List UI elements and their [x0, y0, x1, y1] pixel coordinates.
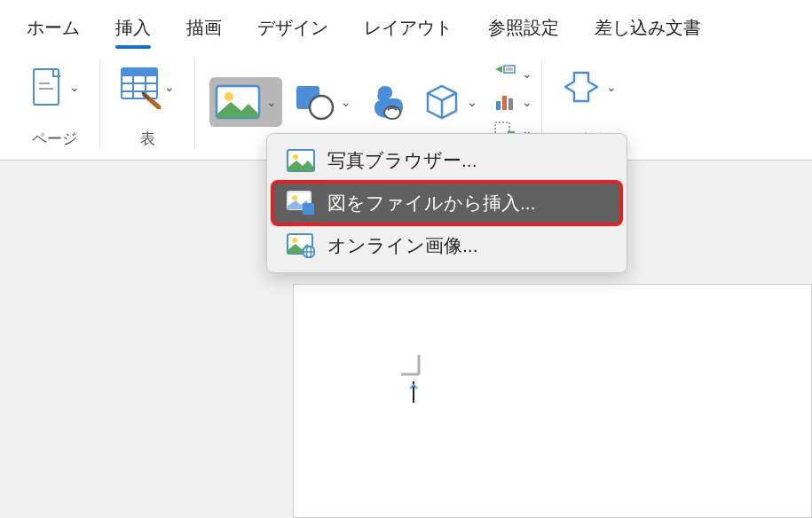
svg-rect-18 — [502, 96, 507, 110]
addins-button[interactable]: ⌄ — [556, 62, 622, 112]
icons-button[interactable] — [362, 77, 412, 127]
group-illustrations: ⌄ ⌄ — [195, 59, 486, 145]
tab-home[interactable]: ホーム — [9, 9, 98, 49]
svg-rect-14 — [504, 66, 515, 73]
group-label-pages: ページ — [32, 129, 77, 149]
shapes-button[interactable]: ⌄ — [288, 77, 357, 127]
tab-draw[interactable]: 描画 — [169, 9, 240, 49]
page-icon — [27, 66, 66, 108]
online-pictures-icon — [287, 233, 315, 258]
chart-button[interactable]: ⌄ — [493, 89, 534, 115]
tab-layout[interactable]: レイアウト — [346, 9, 470, 49]
chevron-down-icon: ⌄ — [264, 95, 279, 109]
tab-mailings[interactable]: 差し込み文書 — [577, 9, 719, 49]
tab-references[interactable]: 参照設定 — [470, 9, 577, 49]
svg-rect-19 — [508, 98, 513, 110]
chart-icon — [493, 92, 516, 112]
svg-point-30 — [292, 195, 297, 200]
pages-button[interactable]: ⌄ — [23, 62, 85, 112]
chevron-down-icon: ⌄ — [465, 95, 479, 109]
ribbon-tabs: ホーム 挿入 描画 デザイン レイアウト 参照設定 差し込み文書 — [0, 0, 812, 49]
menu-label: 図をファイルから挿入... — [327, 191, 536, 216]
menu-picture-from-file[interactable]: 図をファイルから挿入... — [272, 182, 621, 224]
text-cursor — [401, 355, 437, 412]
chevron-down-icon: ⌄ — [162, 80, 177, 94]
svg-rect-31 — [303, 203, 314, 215]
menu-online-pictures[interactable]: オンライン画像... — [272, 224, 621, 267]
addins-icon — [560, 66, 603, 108]
table-icon — [118, 65, 161, 109]
picture-from-file-icon — [287, 191, 315, 216]
group-label-tables: 表 — [140, 129, 155, 149]
table-button[interactable]: ⌄ — [114, 61, 180, 113]
smartart-icon — [493, 64, 516, 83]
pictures-dropdown: 写真ブラウザー... 図をファイルから挿入... オンライン画像... — [266, 133, 627, 273]
svg-point-33 — [292, 238, 297, 243]
chevron-down-icon: ⌄ — [339, 95, 353, 109]
chevron-down-icon: ⌄ — [520, 95, 534, 109]
pictures-button[interactable]: ⌄ — [209, 77, 282, 127]
svg-point-12 — [310, 96, 333, 119]
picture-icon — [213, 81, 263, 123]
svg-rect-17 — [496, 101, 501, 110]
smartart-button[interactable]: ⌄ — [493, 60, 534, 87]
cube-icon — [421, 81, 463, 123]
svg-point-28 — [293, 154, 298, 160]
group-smartart-chart: ⌄ ⌄ — [486, 59, 542, 145]
menu-label: オンライン画像... — [327, 233, 478, 258]
group-tables: ⌄ 表 — [100, 59, 195, 149]
duck-icon — [366, 81, 408, 123]
chevron-down-icon: ⌄ — [520, 67, 534, 81]
tab-insert[interactable]: 挿入 — [98, 9, 169, 49]
chevron-down-icon: ⌄ — [67, 80, 82, 94]
chevron-down-icon: ⌄ — [604, 80, 619, 94]
menu-photo-browser[interactable]: 写真ブラウザー... — [272, 139, 621, 182]
menu-label: 写真ブラウザー... — [327, 148, 477, 173]
svg-point-10 — [225, 92, 233, 101]
svg-rect-4 — [122, 68, 157, 76]
photo-browser-icon — [287, 148, 315, 173]
group-pages: ⌄ ページ — [9, 59, 100, 149]
tab-design[interactable]: デザイン — [240, 9, 346, 49]
shapes-icon — [291, 81, 337, 123]
3d-models-button[interactable]: ⌄ — [417, 77, 483, 127]
svg-rect-0 — [34, 69, 59, 105]
document-page[interactable] — [293, 284, 812, 518]
